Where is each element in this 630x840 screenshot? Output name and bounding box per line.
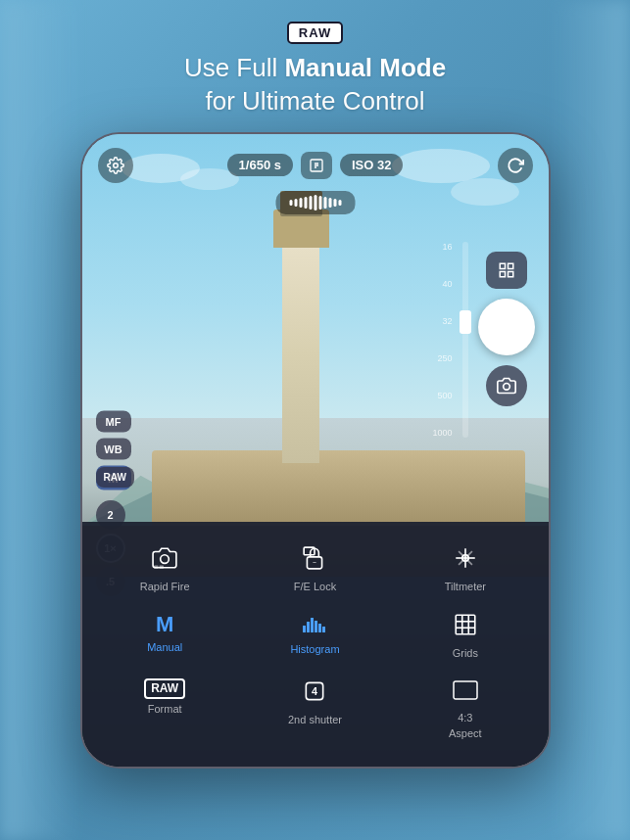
settings-icon	[107, 157, 124, 174]
second-shutter-label: 2nd shutter	[288, 714, 342, 725]
grid-icon	[498, 261, 515, 279]
shutter-speed-display[interactable]: 1/650 s	[227, 154, 293, 176]
iso-val-32: 32	[442, 316, 452, 326]
edit-icon[interactable]	[301, 152, 332, 179]
headline: Use Full Manual Mode for Ultimate Contro…	[0, 52, 630, 118]
iso-val-1000: 1000	[432, 428, 452, 438]
lighthouse-tower	[282, 241, 319, 462]
panel-grid: Rapid Fire F/E Lock	[92, 537, 539, 747]
svg-rect-28	[322, 627, 325, 632]
rapid-fire-icon	[152, 545, 177, 577]
raw-format-label: Format	[148, 703, 182, 715]
raw-label-container: RAW	[96, 467, 134, 488]
wb-button[interactable]: WB	[96, 438, 131, 459]
svg-rect-29	[456, 615, 475, 634]
camera-switch-button[interactable]	[486, 365, 527, 406]
raw-format-button[interactable]: RAW Format	[92, 671, 238, 747]
svg-point-12	[161, 554, 170, 563]
headline-line1: Use Full Manual Mode	[184, 53, 446, 82]
svg-point-11	[503, 383, 509, 390]
tiltmeter-label: Tiltmeter	[445, 581, 486, 592]
histogram-icon	[302, 612, 327, 639]
histogram-label: Histogram	[290, 643, 339, 655]
manual-icon: M	[156, 612, 173, 637]
top-section: RAW Use Full Manual Mode for Ultimate Co…	[0, 0, 630, 132]
level-lines	[289, 195, 341, 210]
histogram-svg	[302, 612, 327, 633]
tiltmeter-button[interactable]: Tiltmeter	[392, 537, 538, 600]
svg-rect-23	[303, 626, 306, 632]
fe-lock-icon	[302, 545, 327, 577]
svg-rect-36	[454, 681, 477, 699]
mf-button[interactable]: MF	[96, 410, 131, 432]
tiltmeter-icon	[453, 545, 478, 577]
camera-switch-icon	[497, 376, 516, 396]
rapid-fire-label: Rapid Fire	[140, 581, 190, 592]
svg-text:4: 4	[312, 685, 317, 697]
svg-rect-26	[315, 621, 317, 632]
iso-val-500: 500	[437, 391, 452, 400]
raw-button[interactable]: RAW	[96, 467, 134, 488]
aspect-svg	[452, 678, 479, 702]
rotate-icon	[507, 157, 524, 174]
grids-label: Grids	[453, 647, 478, 659]
headline-bold: Manual Mode	[284, 53, 446, 82]
iso-val-250: 250	[437, 353, 452, 363]
aspect-button[interactable]: 4:3 Aspect	[392, 671, 538, 747]
fe-lock-svg	[302, 545, 327, 571]
second-shutter-icon: 4	[302, 678, 327, 710]
svg-rect-10	[508, 271, 512, 276]
raw-format-badge: RAW	[144, 678, 185, 700]
right-controls: 16 40 32 250 500 1000	[432, 242, 534, 438]
iso-slider-thumb[interactable]	[460, 310, 471, 334]
rapid-fire-svg	[152, 545, 177, 571]
iso-scale: 16 40 32 250 500 1000	[432, 242, 452, 438]
grids-svg	[453, 612, 478, 637]
svg-point-2	[113, 163, 118, 167]
aspect-icon	[452, 678, 479, 708]
raw-badge: RAW	[287, 22, 343, 44]
svg-rect-13	[154, 565, 158, 568]
svg-rect-27	[318, 624, 321, 632]
manual-label: Manual	[147, 641, 182, 653]
phone-frame: 1/650 s ISO 32	[80, 132, 551, 769]
bottom-panel: Rapid Fire F/E Lock	[82, 522, 549, 767]
camera-top-controls: 1/650 s ISO 32	[82, 148, 549, 183]
camera-action-buttons	[478, 252, 535, 406]
manual-button[interactable]: M Manual	[92, 604, 238, 667]
svg-rect-25	[311, 618, 314, 632]
iso-val-16: 16	[442, 242, 452, 252]
iso-display[interactable]: ISO 32	[340, 154, 403, 176]
tiltmeter-svg	[453, 545, 478, 571]
svg-rect-14	[160, 565, 164, 568]
fe-lock-label: F/E Lock	[294, 581, 336, 592]
grid-button[interactable]	[486, 252, 527, 289]
rotate-button[interactable]	[498, 148, 533, 183]
svg-rect-24	[307, 622, 310, 632]
svg-rect-9	[500, 271, 505, 276]
raw-format-icon: RAW	[144, 678, 185, 700]
edit-svg-icon	[309, 158, 324, 173]
grids-icon	[453, 612, 478, 643]
iso-slider-track[interactable]	[462, 242, 468, 438]
histogram-button[interactable]: Histogram	[242, 604, 388, 667]
headline-line2: for Ultimate Control	[206, 86, 425, 116]
rapid-fire-button[interactable]: Rapid Fire	[92, 537, 238, 600]
iso-val-40: 40	[442, 279, 452, 289]
second-shutter-svg: 4	[302, 678, 327, 704]
aspect-label: 4:3	[458, 712, 472, 723]
level-indicator	[275, 191, 355, 214]
second-shutter-button[interactable]: 4 2nd shutter	[242, 671, 388, 747]
svg-rect-7	[500, 263, 505, 268]
shutter-button[interactable]	[478, 299, 535, 355]
aspect-sublabel: Aspect	[449, 727, 482, 739]
settings-button[interactable]	[98, 148, 133, 183]
svg-rect-8	[508, 263, 512, 268]
fe-lock-button[interactable]: F/E Lock	[242, 537, 388, 600]
grids-button[interactable]: Grids	[392, 604, 538, 667]
